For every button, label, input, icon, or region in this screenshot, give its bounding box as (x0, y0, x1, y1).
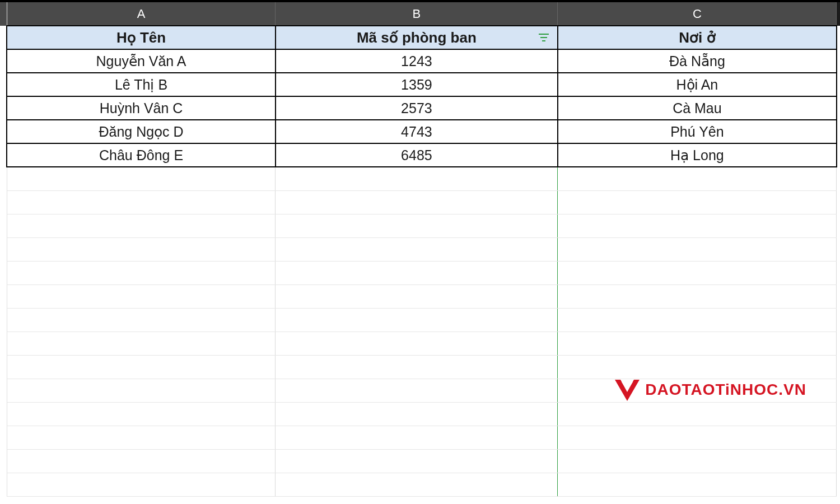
cell-empty[interactable] (276, 190, 558, 214)
cell-empty[interactable] (276, 167, 558, 190)
table-row[interactable]: Châu Đông E 6485 Hạ Long (0, 143, 840, 167)
table-row[interactable]: Huỳnh Vân C 2573 Cà Mau (0, 96, 840, 120)
cell[interactable]: Châu Đông E (7, 143, 276, 167)
cell[interactable]: Phú Yên (558, 120, 837, 143)
column-header-B[interactable]: B (276, 2, 558, 26)
row-number-gutter[interactable] (0, 73, 7, 96)
table-header-row[interactable]: Họ Tên Mã số phòng ban Nơi ở (0, 26, 840, 49)
row-number-gutter[interactable] (0, 379, 7, 402)
row-number-gutter[interactable] (0, 96, 7, 120)
cell[interactable]: 4743 (276, 120, 558, 143)
row-number-gutter[interactable] (0, 26, 7, 49)
row-number-gutter[interactable] (0, 49, 7, 73)
cell-empty[interactable] (276, 308, 558, 332)
cell-empty[interactable] (7, 190, 276, 214)
cell-empty[interactable] (276, 284, 558, 308)
cell-empty[interactable] (7, 473, 276, 496)
cell-empty[interactable] (7, 261, 276, 284)
table-row-empty[interactable] (0, 355, 840, 379)
table-row[interactable]: Lê Thị B 1359 Hội An (0, 73, 840, 96)
table-row-empty[interactable] (0, 190, 840, 214)
table-row-empty[interactable] (0, 402, 840, 426)
cell-empty[interactable] (276, 426, 558, 449)
cell-empty[interactable] (7, 426, 276, 449)
table-row-empty[interactable] (0, 214, 840, 237)
table-row-empty[interactable] (0, 237, 840, 261)
cell-empty[interactable] (276, 402, 558, 426)
cell-empty[interactable] (276, 355, 558, 379)
row-number-gutter[interactable] (0, 308, 7, 332)
cell-empty[interactable] (558, 261, 837, 284)
row-number-gutter[interactable] (0, 332, 7, 355)
row-number-gutter[interactable] (0, 237, 7, 261)
table-row-empty[interactable] (0, 308, 840, 332)
row-number-gutter[interactable] (0, 120, 7, 143)
cell-empty[interactable] (558, 284, 837, 308)
cell[interactable]: Đăng Ngọc D (7, 120, 276, 143)
cell[interactable]: Hội An (558, 73, 837, 96)
column-header-A[interactable]: A (7, 2, 276, 26)
cell-empty[interactable] (276, 379, 558, 402)
row-number-gutter[interactable] (0, 355, 7, 379)
cell[interactable]: Huỳnh Vân C (7, 96, 276, 120)
column-header-C[interactable]: C (558, 2, 837, 26)
cell[interactable]: Đà Nẵng (558, 49, 837, 73)
row-number-gutter[interactable] (0, 402, 7, 426)
cell-empty[interactable] (7, 379, 276, 402)
row-number-gutter[interactable] (0, 190, 7, 214)
cell[interactable]: Cà Mau (558, 96, 837, 120)
cell-empty[interactable] (7, 214, 276, 237)
cell-empty[interactable] (276, 449, 558, 473)
cell-empty[interactable] (7, 402, 276, 426)
table-row-empty[interactable] (0, 426, 840, 449)
row-number-gutter[interactable] (0, 426, 7, 449)
cell[interactable]: 2573 (276, 96, 558, 120)
cell-empty[interactable] (276, 237, 558, 261)
cell-empty[interactable] (7, 308, 276, 332)
cell-empty[interactable] (276, 332, 558, 355)
table-row-empty[interactable] (0, 449, 840, 473)
cell[interactable]: Lê Thị B (7, 73, 276, 96)
table-row-empty[interactable] (0, 473, 840, 496)
cell-empty[interactable] (7, 449, 276, 473)
cell[interactable]: 6485 (276, 143, 558, 167)
table-row[interactable]: Nguyễn Văn A 1243 Đà Nẵng (0, 49, 840, 73)
cell-empty[interactable] (558, 332, 837, 355)
row-number-gutter[interactable] (0, 167, 7, 190)
cell-empty[interactable] (558, 237, 837, 261)
cell-empty[interactable] (276, 473, 558, 496)
cell-empty[interactable] (558, 167, 837, 190)
cell-empty[interactable] (558, 379, 837, 402)
row-number-gutter[interactable] (0, 284, 7, 308)
row-number-gutter[interactable] (0, 143, 7, 167)
table-row-empty[interactable] (0, 284, 840, 308)
cell-empty[interactable] (558, 449, 837, 473)
cell-empty[interactable] (7, 355, 276, 379)
cell-empty[interactable] (558, 190, 837, 214)
cell-empty[interactable] (558, 402, 837, 426)
row-number-gutter[interactable] (0, 214, 7, 237)
cell-empty[interactable] (7, 332, 276, 355)
cell-empty[interactable] (558, 473, 837, 496)
row-number-gutter[interactable] (0, 261, 7, 284)
cell-empty[interactable] (558, 308, 837, 332)
table-row-empty[interactable] (0, 379, 840, 402)
table-row-empty[interactable] (0, 261, 840, 284)
cell[interactable]: 1359 (276, 73, 558, 96)
header-cell-ho-ten[interactable]: Họ Tên (7, 26, 276, 49)
cell-empty[interactable] (558, 214, 837, 237)
cell-empty[interactable] (7, 167, 276, 190)
filter-icon[interactable] (538, 32, 549, 43)
table-row-empty[interactable] (0, 167, 840, 190)
cell-empty[interactable] (7, 284, 276, 308)
spreadsheet-grid[interactable]: A B C Họ Tên Mã số phòng ban Nơi ở Nguyễ… (0, 2, 840, 497)
cell-empty[interactable] (276, 214, 558, 237)
cell[interactable]: Hạ Long (558, 143, 837, 167)
row-number-gutter[interactable] (0, 473, 7, 496)
select-all-corner[interactable] (0, 2, 7, 26)
cell-empty[interactable] (276, 261, 558, 284)
table-row[interactable]: Đăng Ngọc D 4743 Phú Yên (0, 120, 840, 143)
table-row-empty[interactable] (0, 332, 840, 355)
header-cell-ma-so-phong-ban[interactable]: Mã số phòng ban (276, 26, 558, 49)
cell-empty[interactable] (558, 355, 837, 379)
